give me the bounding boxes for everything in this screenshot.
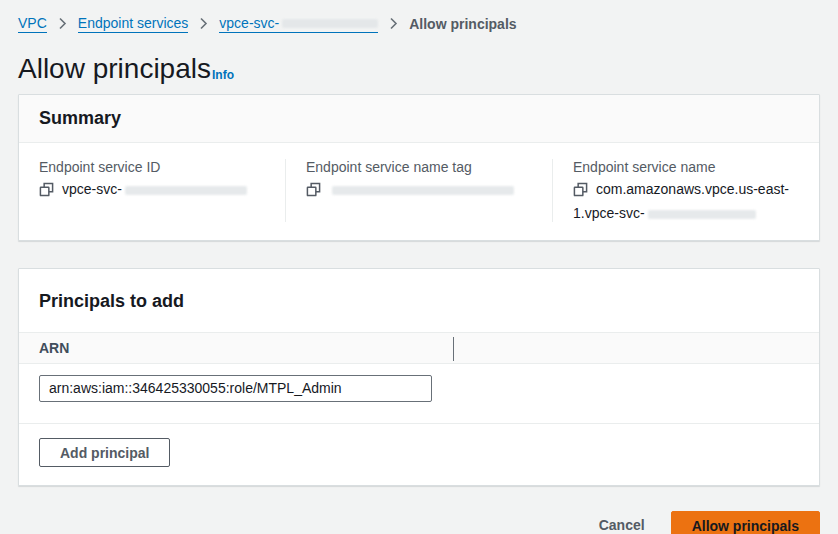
add-principal-row: Add principal [19,424,819,485]
breadcrumb-link-vpc[interactable]: VPC [18,15,47,33]
field-value-text: vpce-svc- [62,181,122,197]
principals-to-add-card: Principals to add ARN Add principal [18,268,820,486]
redacted-text [332,186,514,195]
allow-principals-page: VPC Endpoint services vpce-svc- Allow pr… [0,0,838,534]
breadcrumb: VPC Endpoint services vpce-svc- Allow pr… [18,0,820,33]
summary-field-endpoint-service-name: Endpoint service name com.amazonaws.vpce… [553,157,819,224]
field-value: vpce-svc- [39,179,265,203]
info-link[interactable]: Info [212,69,234,83]
allow-principals-button[interactable]: Allow principals [671,511,820,534]
cancel-button[interactable]: Cancel [599,511,645,534]
arn-input-row [19,364,819,424]
column-resize-handle[interactable] [453,337,454,361]
copy-icon[interactable] [306,182,321,203]
principals-title: Principals to add [39,291,799,312]
page-title: Allow principals Info [18,53,820,85]
chevron-right-icon [389,17,398,30]
field-value: com.amazonaws.vpce.us-east-1.vpce-svc- [573,179,799,224]
summary-title: Summary [39,108,799,129]
copy-icon[interactable] [573,182,588,203]
summary-body: Endpoint service ID vpce-svc- Endpoint s… [19,143,819,240]
arn-input[interactable] [39,375,432,402]
field-label: Endpoint service name tag [306,157,532,177]
summary-card: Summary Endpoint service ID vpce-svc- En… [18,94,820,241]
summary-field-endpoint-service-id: Endpoint service ID vpce-svc- [19,157,285,224]
chevron-right-icon [199,17,208,30]
breadcrumb-current: Allow principals [409,16,516,32]
breadcrumb-service-id-prefix: vpce-svc- [219,15,279,32]
arn-column-label: ARN [39,340,69,356]
summary-field-endpoint-service-name-tag: Endpoint service name tag [286,157,552,224]
arn-column-header: ARN [19,332,819,364]
redacted-text [282,19,378,28]
copy-icon[interactable] [39,182,54,203]
field-label: Endpoint service name [573,157,799,177]
field-label: Endpoint service ID [39,157,265,177]
field-value [306,179,532,203]
breadcrumb-link-endpoint-services[interactable]: Endpoint services [78,15,189,33]
principals-card-header: Principals to add [19,269,819,332]
breadcrumb-link-endpoint-service[interactable]: vpce-svc- [219,15,378,33]
footer-actions: Cancel Allow principals [18,511,820,534]
add-principal-button[interactable]: Add principal [39,438,170,467]
summary-card-header: Summary [19,95,819,143]
redacted-text [648,210,756,219]
page-title-text: Allow principals [18,53,211,85]
chevron-right-icon [58,17,67,30]
redacted-text [125,186,247,195]
